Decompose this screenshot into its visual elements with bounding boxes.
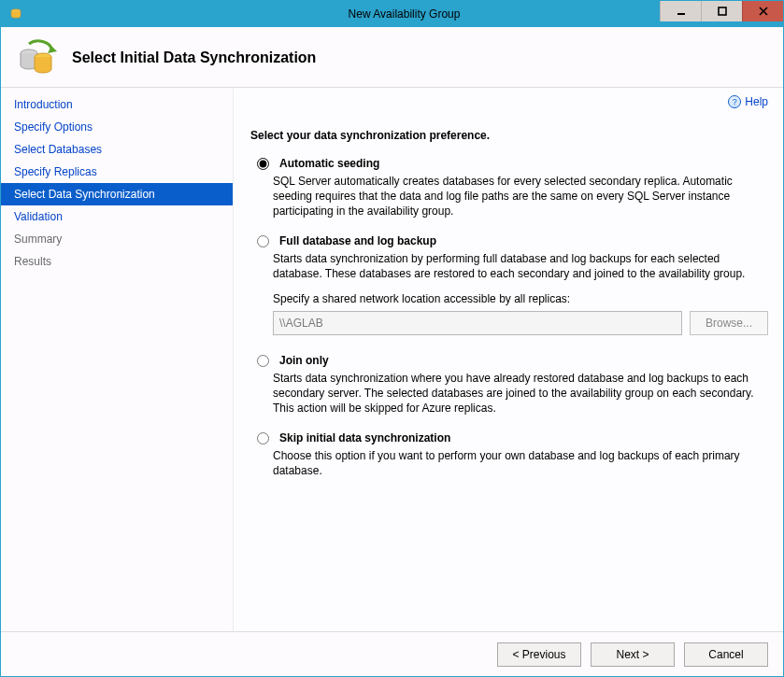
help-link[interactable]: ? Help (728, 95, 768, 108)
option-automatic-seeding-row[interactable]: Automatic seeding (252, 157, 768, 170)
nav-summary[interactable]: Summary (1, 228, 233, 250)
label-automatic-seeding: Automatic seeding (279, 157, 379, 170)
label-full-backup: Full database and log backup (279, 234, 436, 247)
desc-skip-sync: Choose this option if you want to perfor… (273, 448, 768, 478)
nav-introduction[interactable]: Introduction (1, 93, 233, 116)
share-location-row: Browse... (273, 311, 768, 335)
option-join-only: Join only Starts data synchronization wh… (252, 354, 768, 416)
desc-automatic-seeding: SQL Server automatically creates databas… (273, 174, 768, 219)
label-join-only: Join only (279, 354, 329, 367)
radio-full-backup[interactable] (257, 235, 269, 247)
app-icon (7, 7, 25, 21)
desc-join-only: Starts data synchronization where you ha… (273, 371, 768, 416)
wizard-content: ? Help Select your data synchronization … (233, 88, 783, 631)
wizard-window: New Availability Group Select (0, 0, 784, 677)
cancel-button[interactable]: Cancel (684, 642, 768, 667)
option-full-backup-row[interactable]: Full database and log backup (252, 234, 768, 247)
wizard-header: Select Initial Data Synchronization (1, 27, 783, 88)
previous-button[interactable]: < Previous (497, 642, 581, 667)
sync-preference-prompt: Select your data synchronization prefere… (250, 129, 768, 142)
titlebar: New Availability Group (1, 1, 783, 27)
wizard-body: Introduction Specify Options Select Data… (1, 88, 783, 631)
close-button[interactable] (742, 1, 783, 21)
radio-skip-sync[interactable] (257, 432, 269, 444)
radio-automatic-seeding[interactable] (257, 158, 269, 170)
option-automatic-seeding: Automatic seeding SQL Server automatical… (252, 157, 768, 219)
radio-join-only[interactable] (257, 355, 269, 367)
nav-results[interactable]: Results (1, 250, 233, 273)
maximize-button[interactable] (701, 1, 742, 21)
nav-specify-replicas[interactable]: Specify Replicas (1, 161, 233, 183)
option-skip-sync-row[interactable]: Skip initial data synchronization (252, 431, 768, 444)
option-skip-sync: Skip initial data synchronization Choose… (252, 431, 768, 478)
label-skip-sync: Skip initial data synchronization (279, 431, 450, 444)
browse-button[interactable]: Browse... (690, 311, 768, 335)
share-location-input[interactable] (273, 311, 682, 335)
nav-select-data-sync[interactable]: Select Data Synchronization (1, 183, 233, 205)
option-full-backup: Full database and log backup Starts data… (252, 234, 768, 335)
window-controls (660, 1, 783, 21)
wizard-footer: < Previous Next > Cancel (1, 631, 783, 676)
next-button[interactable]: Next > (591, 642, 675, 667)
help-label: Help (745, 95, 768, 108)
minimize-button[interactable] (660, 1, 701, 21)
svg-rect-2 (719, 7, 726, 15)
wizard-nav: Introduction Specify Options Select Data… (1, 88, 233, 631)
nav-validation[interactable]: Validation (1, 205, 233, 228)
database-sync-icon (16, 36, 59, 79)
nav-specify-options[interactable]: Specify Options (1, 116, 233, 138)
share-location-prompt: Specify a shared network location access… (273, 292, 768, 305)
option-join-only-row[interactable]: Join only (252, 354, 768, 367)
page-title: Select Initial Data Synchronization (72, 49, 316, 66)
nav-select-databases[interactable]: Select Databases (1, 138, 233, 161)
desc-full-backup: Starts data synchronization by performin… (273, 251, 768, 281)
help-icon: ? (728, 95, 741, 108)
